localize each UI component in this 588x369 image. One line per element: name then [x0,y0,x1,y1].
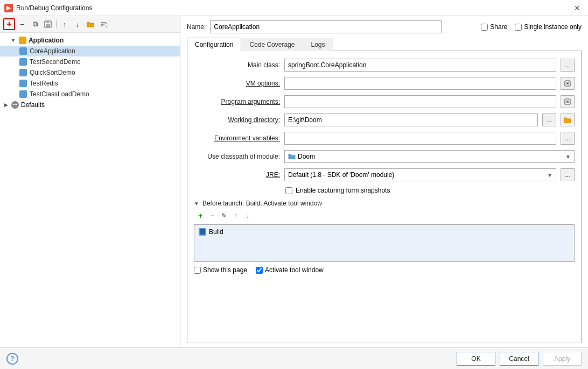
name-label: Name: [187,23,206,31]
main-class-input[interactable] [284,59,556,72]
defaults-chevron[interactable]: ▶ [4,102,8,108]
bottom-checks: Show this page Activate tool window [194,266,575,274]
before-launch-arrow[interactable]: ▼ [194,201,199,207]
tabs-row: Configuration Code Coverage Logs [187,38,582,51]
svg-marker-7 [106,26,107,27]
working-dir-dots-button[interactable]: ... [542,113,556,126]
tab-code-coverage[interactable]: Code Coverage [241,38,303,51]
tree-item-test-redis[interactable]: TestRedis [0,78,180,89]
close-button[interactable]: ✕ [571,3,584,13]
add-configuration-button[interactable]: + [3,18,15,30]
capture-snapshots-checkbox[interactable] [285,187,292,194]
tree-item-label: QuickSortDemo [30,69,75,76]
tree-item-icon [19,47,27,55]
program-args-row: Program arguments: [194,95,575,108]
tree-item-label: CoreApplication [30,47,75,55]
env-vars-row: Environment variables: ... [194,132,575,145]
vm-options-input[interactable] [284,77,556,90]
jre-dropdown[interactable]: Default (1.8 - SDK of 'Doom' module) ▼ [284,168,556,181]
copy-configuration-button[interactable]: ⧉ [29,18,41,30]
before-launch-edit-button[interactable]: ✎ [219,210,229,221]
before-launch-down-button[interactable]: ↓ [242,210,253,221]
jre-dots-button[interactable]: ... [561,168,575,181]
folder-button[interactable] [85,18,96,30]
build-item[interactable]: Build [197,227,572,237]
before-launch-section: ▼ Before launch: Build, Activate tool wi… [194,200,575,262]
working-dir-label: Working directory: [194,116,280,124]
save-configuration-button[interactable] [42,18,54,30]
before-launch-remove-button[interactable]: − [207,210,218,221]
classpath-label: Use classpath of module: [194,153,280,160]
jre-row: JRE: Default (1.8 - SDK of 'Doom' module… [194,168,575,181]
application-group-chevron[interactable]: ▼ [11,38,16,43]
svg-rect-1 [46,21,49,23]
tree-item-test-class-load-demo[interactable]: TestClassLoadDemo [0,89,180,100]
cancel-button[interactable]: Cancel [500,352,538,366]
working-dir-row: Working directory: ... [194,113,575,126]
share-label: Share [490,23,507,31]
title-bar: ▶ Run/Debug Configurations ✕ [0,0,588,16]
classpath-dropdown[interactable]: Doom ▼ [284,150,575,163]
main-class-dots-button[interactable]: ... [561,59,575,72]
env-vars-dots-button[interactable]: ... [561,132,575,145]
tree-item-icon [19,90,27,98]
activate-tool-window-label[interactable]: Activate tool window [256,266,324,274]
share-checkbox[interactable] [481,24,488,31]
ok-button[interactable]: OK [457,352,495,366]
move-up-button[interactable]: ↑ [59,18,71,30]
apply-button[interactable]: Apply [543,352,582,366]
single-instance-checkbox-label[interactable]: Single instance only [515,23,582,31]
tab-configuration[interactable]: Configuration [187,38,241,51]
show-page-label[interactable]: Show this page [194,266,247,274]
remove-configuration-button[interactable]: − [16,18,28,30]
svg-point-11 [16,104,17,105]
before-launch-up-button[interactable]: ↑ [230,210,241,221]
left-panel: + − ⧉ ↑ ↓ [0,16,180,347]
main-content: + − ⧉ ↑ ↓ [0,16,588,347]
module-icon [288,153,296,160]
move-down-button[interactable]: ↓ [72,18,83,30]
program-args-input[interactable] [284,95,556,108]
single-instance-checkbox[interactable] [515,24,522,31]
share-checkbox-label[interactable]: Share [481,23,507,31]
sort-button[interactable] [97,18,109,30]
tree-item-label: TestRedis [30,80,58,87]
tree-item-icon [19,80,27,87]
tree-item-core-application[interactable]: CoreApplication [0,46,180,56]
svg-point-10 [15,104,16,105]
tab-logs[interactable]: Logs [303,38,333,51]
footer: ? OK Cancel Apply [0,347,588,369]
activate-tool-window-checkbox[interactable] [256,267,263,274]
name-input[interactable] [210,20,442,33]
classpath-dropdown-arrow: ▼ [565,154,571,160]
before-launch-add-button[interactable]: + [195,210,206,221]
tree-item-icon [19,58,27,66]
before-launch-title: Before launch: Build, Activate tool wind… [202,200,322,207]
working-dir-input[interactable] [284,113,538,126]
help-button[interactable]: ? [6,353,18,365]
jre-value: Default (1.8 - SDK of 'Doom' module) [288,171,394,179]
capture-snapshots-label[interactable]: Enable capturing form snapshots [296,187,390,194]
tree-item-test-second-demo[interactable]: TestSecondDemo [0,56,180,67]
defaults-row[interactable]: ▶ Defaults [0,100,180,110]
env-vars-input[interactable] [284,132,556,145]
vm-options-expand-button[interactable] [561,77,575,90]
show-page-text: Show this page [203,266,247,274]
config-panel: Main class: ... VM options: Program [187,51,582,343]
env-vars-label: Environment variables: [194,134,280,142]
build-item-label: Build [209,228,223,236]
application-group-label: ▼ Application [0,35,180,46]
main-class-row: Main class: ... [194,59,575,72]
program-args-expand-button[interactable] [561,95,575,108]
capture-snapshots-row: Enable capturing form snapshots [285,187,575,194]
activate-tool-window-text: Activate tool window [265,266,324,274]
classpath-row: Use classpath of module: Doom ▼ [194,150,575,163]
show-page-checkbox[interactable] [194,267,201,274]
name-row: Name: Share Single instance only [187,20,582,33]
tree-item-quicksort-demo[interactable]: QuickSortDemo [0,67,180,78]
jre-label: JRE: [194,171,280,179]
tree-item-icon [19,69,27,76]
working-dir-folder-button[interactable] [561,113,575,126]
application-group-text: Application [29,37,64,44]
main-class-label: Main class: [194,61,280,69]
